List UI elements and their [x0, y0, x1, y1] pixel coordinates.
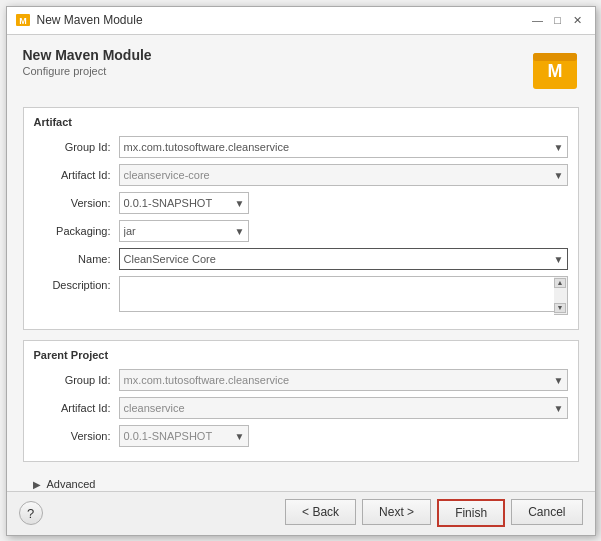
parent-group-id-select-wrap: mx.com.tutosoftware.cleanservice ▼	[119, 369, 568, 391]
page-title-group: New Maven Module Configure project	[23, 47, 152, 77]
advanced-arrow-icon: ▶	[33, 479, 43, 489]
window-title: New Maven Module	[37, 13, 143, 27]
footer-left: ?	[19, 501, 43, 525]
packaging-label: Packaging:	[34, 225, 119, 237]
version-row: Version: 0.0.1-SNAPSHOT ▼	[34, 192, 568, 214]
next-button[interactable]: Next >	[362, 499, 431, 525]
maximize-button[interactable]: □	[549, 11, 567, 29]
description-label: Description:	[34, 276, 119, 291]
scroll-up-btn[interactable]: ▲	[554, 278, 566, 288]
page-subtitle: Configure project	[23, 65, 152, 77]
group-id-select[interactable]: mx.com.tutosoftware.cleanservice	[119, 136, 568, 158]
svg-text:M: M	[547, 61, 562, 81]
name-row: Name: ▼	[34, 248, 568, 270]
name-input-wrap: ▼	[119, 248, 568, 270]
parent-section-title: Parent Project	[34, 349, 568, 361]
version-label: Version:	[34, 197, 119, 209]
artifact-section-title: Artifact	[34, 116, 568, 128]
advanced-row[interactable]: ▶ Advanced	[23, 472, 579, 491]
title-bar-left: M New Maven Module	[15, 12, 143, 28]
packaging-row: Packaging: jar ▼	[34, 220, 568, 242]
minimize-button[interactable]: —	[529, 11, 547, 29]
parent-version-select-wrap: 0.0.1-SNAPSHOT ▼	[119, 425, 249, 447]
artifact-id-select-wrap: cleanservice-core ▼	[119, 164, 568, 186]
window-icon: M	[15, 12, 31, 28]
parent-project-section: Parent Project Group Id: mx.com.tutosoft…	[23, 340, 579, 462]
version-select[interactable]: 0.0.1-SNAPSHOT	[119, 192, 249, 214]
page-title: New Maven Module	[23, 47, 152, 63]
name-input[interactable]	[119, 248, 568, 270]
back-button[interactable]: < Back	[285, 499, 356, 525]
parent-version-row: Version: 0.0.1-SNAPSHOT ▼	[34, 425, 568, 447]
parent-artifact-id-select-wrap: cleanservice ▼	[119, 397, 568, 419]
description-scrollbar: ▲ ▼	[554, 276, 568, 315]
group-id-row: Group Id: mx.com.tutosoftware.cleanservi…	[34, 136, 568, 158]
maven-logo-icon: M	[531, 47, 579, 95]
packaging-select-wrap: jar ▼	[119, 220, 249, 242]
help-button[interactable]: ?	[19, 501, 43, 525]
artifact-section: Artifact Group Id: mx.com.tutosoftware.c…	[23, 107, 579, 330]
description-input[interactable]	[119, 276, 568, 312]
scroll-down-btn[interactable]: ▼	[554, 303, 566, 313]
title-bar: M New Maven Module — □ ✕	[7, 7, 595, 35]
artifact-id-label: Artifact Id:	[34, 169, 119, 181]
parent-artifact-id-select[interactable]: cleanservice	[119, 397, 568, 419]
parent-artifact-id-label: Artifact Id:	[34, 402, 119, 414]
parent-group-id-label: Group Id:	[34, 374, 119, 386]
description-row: Description: ▲ ▼	[34, 276, 568, 315]
cancel-button[interactable]: Cancel	[511, 499, 582, 525]
artifact-id-row: Artifact Id: cleanservice-core ▼	[34, 164, 568, 186]
close-button[interactable]: ✕	[569, 11, 587, 29]
page-header: New Maven Module Configure project M	[23, 47, 579, 95]
svg-rect-3	[533, 53, 577, 61]
finish-button[interactable]: Finish	[437, 499, 505, 527]
dialog-content: New Maven Module Configure project M Art…	[7, 35, 595, 491]
group-id-select-wrap: mx.com.tutosoftware.cleanservice ▼	[119, 136, 568, 158]
parent-group-id-row: Group Id: mx.com.tutosoftware.cleanservi…	[34, 369, 568, 391]
parent-version-label: Version:	[34, 430, 119, 442]
packaging-select[interactable]: jar	[119, 220, 249, 242]
version-select-wrap: 0.0.1-SNAPSHOT ▼	[119, 192, 249, 214]
footer-right: < Back Next > Finish Cancel	[285, 499, 582, 527]
artifact-id-select[interactable]: cleanservice-core	[119, 164, 568, 186]
main-window: M New Maven Module — □ ✕ New Maven Modul…	[6, 6, 596, 536]
window-controls: — □ ✕	[529, 11, 587, 29]
group-id-label: Group Id:	[34, 141, 119, 153]
parent-group-id-select[interactable]: mx.com.tutosoftware.cleanservice	[119, 369, 568, 391]
parent-version-select[interactable]: 0.0.1-SNAPSHOT	[119, 425, 249, 447]
name-label: Name:	[34, 253, 119, 265]
dialog-footer: ? < Back Next > Finish Cancel	[7, 491, 595, 535]
advanced-label: Advanced	[47, 478, 96, 490]
svg-text:M: M	[19, 16, 27, 26]
description-wrap: ▲ ▼	[119, 276, 568, 315]
parent-artifact-id-row: Artifact Id: cleanservice ▼	[34, 397, 568, 419]
